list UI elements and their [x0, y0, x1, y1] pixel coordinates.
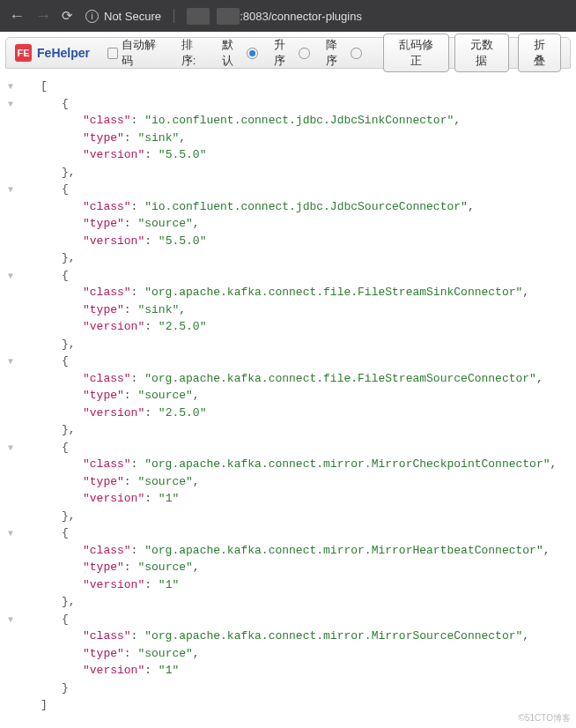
- json-line: ▼{: [2, 524, 567, 542]
- code-content: "type": "source",: [19, 387, 200, 405]
- json-line: "type": "source",: [2, 473, 567, 491]
- json-line: "class": "org.apache.kafka.connect.file.…: [2, 370, 567, 388]
- gutter: [2, 249, 19, 252]
- gutter: [2, 490, 19, 493]
- sort-label: 排序:: [181, 37, 206, 69]
- gutter: [2, 370, 19, 373]
- code-content: {: [19, 267, 69, 285]
- gutter: [2, 387, 19, 390]
- code-content: {: [19, 95, 69, 113]
- gutter: [2, 336, 19, 338]
- metadata-button[interactable]: 元数据: [454, 33, 508, 72]
- back-icon[interactable]: ←: [9, 7, 25, 26]
- json-line: "version": "1": [2, 490, 567, 508]
- checkbox-icon[interactable]: [107, 48, 118, 59]
- gutter: [2, 198, 19, 201]
- json-line: "version": "1": [2, 662, 567, 680]
- code-content: "version": "1": [19, 576, 179, 594]
- code-content: "version": "1": [19, 490, 179, 508]
- json-line: },: [2, 249, 567, 267]
- gutter: [2, 473, 19, 476]
- collapse-toggle-icon[interactable]: ▼: [2, 439, 19, 455]
- code-content: "class": "org.apache.kafka.connect.file.…: [19, 370, 543, 388]
- code-content: },: [19, 508, 76, 525]
- code-content: "type": "sink",: [19, 130, 186, 147]
- security-label: Not Secure: [104, 10, 161, 23]
- gutter: [2, 215, 19, 218]
- sort-asc[interactable]: 升序: [274, 37, 310, 69]
- code-content: },: [19, 421, 76, 439]
- code-content: "type": "sink",: [19, 301, 186, 319]
- code-content: "type": "source",: [19, 645, 200, 663]
- collapse-toggle-icon[interactable]: ▼: [2, 353, 19, 368]
- gutter: [2, 628, 19, 630]
- gutter: [2, 233, 19, 235]
- json-line: "class": "io.confluent.connect.jdbc.Jdbc…: [2, 198, 567, 216]
- json-line: ▼[: [2, 78, 567, 95]
- collapse-toggle-icon[interactable]: ▼: [2, 95, 19, 111]
- gutter: [2, 680, 19, 682]
- gutter: [2, 593, 19, 596]
- watermark: ©51CTO博客: [519, 712, 571, 723]
- code-content: "class": "org.apache.kafka.connect.mirro…: [19, 456, 557, 473]
- json-line: "version": "2.5.0": [2, 405, 567, 422]
- code-content: ]: [19, 696, 48, 714]
- json-line: "class": "org.apache.kafka.connect.mirro…: [2, 456, 567, 473]
- info-icon: i: [85, 10, 99, 23]
- url-text[interactable]: ██ ██:8083/connector-plugins: [187, 10, 362, 23]
- json-line: },: [2, 593, 567, 611]
- collapse-toggle-icon[interactable]: ▼: [2, 524, 19, 540]
- radio-icon[interactable]: [351, 48, 361, 59]
- gutter: [2, 542, 19, 545]
- gutter: [2, 405, 19, 407]
- radio-icon[interactable]: [299, 48, 309, 59]
- collapse-toggle-icon[interactable]: ▼: [2, 78, 19, 93]
- code-content: {: [19, 439, 69, 457]
- json-line: "class": "org.apache.kafka.connect.file.…: [2, 284, 567, 301]
- forward-icon[interactable]: →: [35, 7, 51, 26]
- sort-desc[interactable]: 降序: [326, 37, 362, 69]
- gutter: [2, 508, 19, 510]
- fehelper-brand: FeHelper: [37, 46, 90, 60]
- json-line: "type": "source",: [2, 645, 567, 663]
- json-line: ▼{: [2, 95, 567, 113]
- fix-encoding-button[interactable]: 乱码修正: [383, 33, 450, 72]
- code-content: "class": "org.apache.kafka.connect.file.…: [19, 284, 529, 301]
- code-content: "type": "source",: [19, 559, 200, 576]
- gutter: [2, 576, 19, 579]
- json-line: "class": "org.apache.kafka.connect.mirro…: [2, 542, 567, 560]
- gutter: [2, 112, 19, 115]
- code-content: "class": "org.apache.kafka.connect.mirro…: [19, 628, 529, 645]
- fold-button[interactable]: 折叠: [518, 33, 561, 72]
- nav-arrows: ← → ⟳: [9, 7, 73, 26]
- sort-default[interactable]: 默认: [222, 37, 258, 69]
- collapse-toggle-icon[interactable]: ▼: [2, 611, 19, 627]
- json-line: "class": "org.apache.kafka.connect.mirro…: [2, 628, 567, 645]
- code-content: }: [19, 680, 69, 697]
- collapse-toggle-icon[interactable]: ▼: [2, 181, 19, 197]
- code-content: {: [19, 611, 69, 628]
- json-line: ▼{: [2, 353, 567, 370]
- code-content: "type": "source",: [19, 215, 200, 233]
- gutter: [2, 559, 19, 561]
- radio-icon[interactable]: [247, 48, 257, 59]
- code-content: "class": "io.confluent.connect.jdbc.Jdbc…: [19, 198, 475, 216]
- gutter: [2, 645, 19, 648]
- json-line: ▼{: [2, 439, 567, 457]
- gutter: [2, 421, 19, 424]
- security-badge[interactable]: i Not Secure: [85, 10, 161, 23]
- code-content: "version": "5.5.0": [19, 146, 206, 164]
- json-viewer: ▼[▼{"class": "io.confluent.connect.jdbc.…: [0, 69, 576, 723]
- json-line: "version": "5.5.0": [2, 233, 567, 250]
- auto-decode-option[interactable]: 自动解码: [107, 37, 166, 69]
- code-content: {: [19, 181, 69, 198]
- code-content: "version": "5.5.0": [19, 233, 206, 250]
- json-line: "version": "1": [2, 576, 567, 594]
- json-line: "type": "source",: [2, 559, 567, 576]
- gutter: [2, 301, 19, 304]
- gutter: [2, 130, 19, 132]
- json-line: "version": "2.5.0": [2, 318, 567, 336]
- collapse-toggle-icon[interactable]: ▼: [2, 267, 19, 283]
- code-content: "type": "source",: [19, 473, 200, 491]
- reload-icon[interactable]: ⟳: [62, 8, 73, 24]
